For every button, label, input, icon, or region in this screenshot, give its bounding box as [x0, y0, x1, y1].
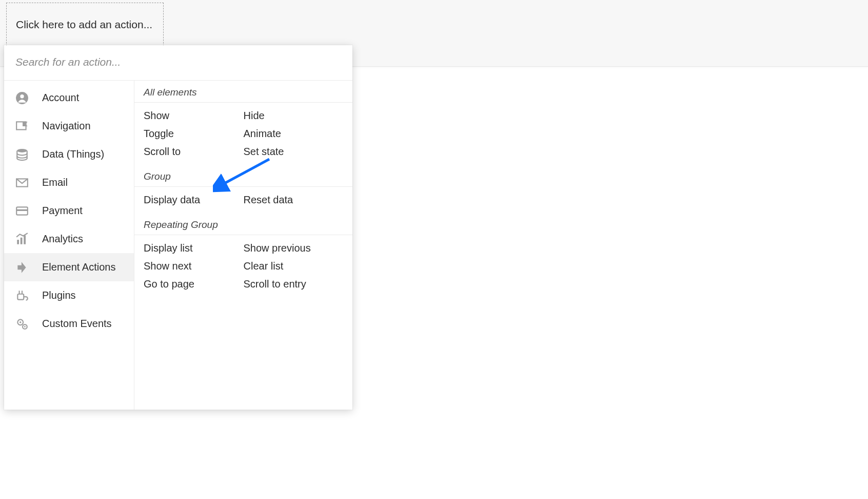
action-item[interactable]: Animate	[244, 125, 344, 143]
action-section-header: Repeating Group	[134, 214, 352, 235]
category-label: Payment	[42, 205, 83, 217]
category-item[interactable]: Account	[4, 84, 134, 112]
category-label: Custom Events	[42, 318, 112, 330]
add-action-placeholder[interactable]: Click here to add an action...	[6, 3, 164, 46]
data-icon	[14, 147, 30, 162]
category-label: Plugins	[42, 290, 76, 301]
email-icon	[14, 175, 30, 190]
action-item[interactable]: Scroll to entry	[244, 275, 344, 293]
category-item[interactable]: Element Actions	[4, 253, 134, 281]
action-row: Show nextClear list	[144, 257, 343, 275]
action-item[interactable]: Show	[144, 107, 244, 125]
action-row: Scroll toSet state	[144, 143, 343, 161]
search-input[interactable]	[15, 50, 341, 74]
category-label: Email	[42, 177, 68, 188]
action-item[interactable]: Clear list	[244, 257, 344, 275]
element-icon	[14, 260, 30, 275]
action-section-header: Group	[134, 166, 352, 187]
plugins-icon	[14, 288, 30, 303]
action-section-header: All elements	[134, 82, 352, 103]
svg-rect-8	[21, 237, 23, 244]
action-item[interactable]: Set state	[244, 143, 344, 161]
action-row: ShowHide	[144, 107, 343, 125]
svg-point-16	[24, 326, 26, 328]
category-item[interactable]: Plugins	[4, 281, 134, 310]
action-row: Display dataReset data	[144, 191, 343, 209]
add-action-label: Click here to add an action...	[16, 18, 152, 31]
category-label: Account	[42, 92, 79, 104]
action-item[interactable]: Toggle	[144, 125, 244, 143]
svg-point-14	[19, 321, 21, 323]
svg-rect-6	[16, 209, 28, 210]
category-item[interactable]: Payment	[4, 197, 134, 225]
gears-icon	[14, 316, 30, 332]
navigation-icon	[14, 119, 30, 134]
category-item[interactable]: Analytics	[4, 225, 134, 253]
action-row: ToggleAnimate	[144, 125, 343, 143]
dropdown-columns: AccountNavigationData (Things)EmailPayme…	[4, 81, 352, 410]
action-item[interactable]: Go to page	[144, 275, 244, 293]
action-row: Go to pageScroll to entry	[144, 275, 343, 293]
action-picker-dropdown: AccountNavigationData (Things)EmailPayme…	[4, 45, 352, 410]
action-row: Display listShow previous	[144, 239, 343, 257]
analytics-icon	[14, 232, 30, 247]
account-icon	[14, 90, 30, 106]
svg-point-3	[17, 148, 27, 152]
action-item[interactable]: Show next	[144, 257, 244, 275]
category-label: Navigation	[42, 120, 91, 132]
category-item[interactable]: Data (Things)	[4, 140, 134, 168]
svg-point-1	[20, 94, 24, 98]
category-item[interactable]: Email	[4, 168, 134, 197]
svg-rect-10	[17, 294, 24, 299]
svg-rect-9	[24, 235, 26, 244]
payment-icon	[14, 203, 30, 219]
category-column: AccountNavigationData (Things)EmailPayme…	[4, 81, 134, 410]
action-item[interactable]: Scroll to	[144, 143, 244, 161]
action-item[interactable]: Display list	[144, 239, 244, 257]
category-label: Element Actions	[42, 261, 115, 273]
category-label: Analytics	[42, 233, 83, 245]
action-item[interactable]: Show previous	[244, 239, 344, 257]
search-wrap	[4, 45, 352, 81]
category-item[interactable]: Custom Events	[4, 310, 134, 338]
category-label: Data (Things)	[42, 148, 104, 160]
action-item[interactable]: Reset data	[244, 191, 344, 209]
action-section-body: Display dataReset data	[134, 187, 352, 214]
action-section-body: Display listShow previousShow nextClear …	[134, 235, 352, 298]
action-column: All elementsShowHideToggleAnimateScroll …	[134, 81, 352, 410]
action-item[interactable]: Display data	[144, 191, 244, 209]
action-section-body: ShowHideToggleAnimateScroll toSet state	[134, 103, 352, 166]
svg-rect-7	[17, 240, 19, 244]
action-item[interactable]: Hide	[244, 107, 344, 125]
category-item[interactable]: Navigation	[4, 112, 134, 140]
